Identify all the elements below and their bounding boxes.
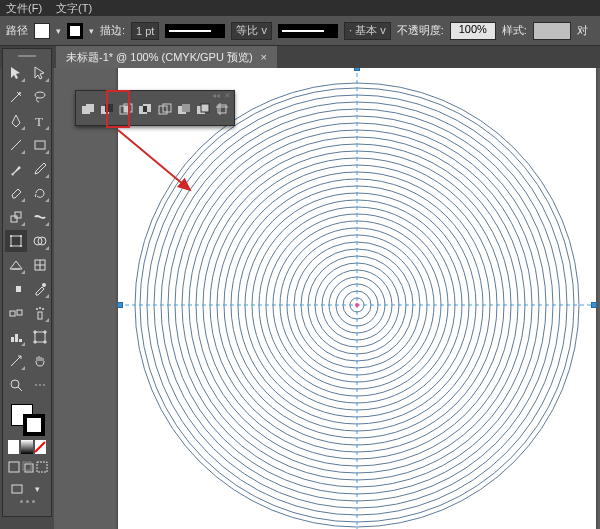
change-screen[interactable]: ▾ — [28, 480, 46, 498]
shape-builder-tool[interactable] — [29, 230, 51, 252]
pathfinder-crop[interactable] — [215, 101, 230, 117]
edit-toolbar[interactable]: ⋯ — [29, 374, 51, 396]
rectangle-tool[interactable] — [29, 134, 51, 156]
rotate-tool[interactable] — [29, 182, 51, 204]
svg-rect-73 — [124, 106, 128, 112]
document-title: 未标题-1* @ 100% (CMYK/GPU 预览) — [66, 50, 253, 65]
line-tool[interactable] — [5, 134, 27, 156]
none-mode[interactable] — [35, 440, 46, 454]
pathfinder-panel[interactable]: ◂◂ ✕ — [75, 90, 235, 126]
eraser-tool[interactable] — [5, 182, 27, 204]
color-mode[interactable] — [8, 440, 19, 454]
svg-rect-82 — [201, 104, 209, 112]
free-transform-tool[interactable] — [5, 230, 27, 252]
anchor-point[interactable] — [354, 68, 360, 71]
lasso-tool[interactable] — [29, 86, 51, 108]
draw-behind[interactable] — [22, 458, 34, 476]
paintbrush-tool[interactable] — [5, 158, 27, 180]
svg-rect-7 — [11, 236, 21, 246]
svg-text:T: T — [35, 114, 43, 129]
menu-item[interactable]: 文字(T) — [56, 1, 92, 16]
pathfinder-divide[interactable] — [157, 101, 172, 117]
draw-normal[interactable] — [8, 458, 20, 476]
artwork-concentric-circles[interactable] — [118, 68, 596, 529]
svg-point-28 — [11, 380, 19, 388]
stroke-label: 描边: — [100, 23, 125, 38]
menu-item[interactable]: 文件(F) — [6, 1, 42, 16]
basic-dropdown[interactable]: · 基本 v — [344, 22, 391, 40]
svg-rect-4 — [35, 141, 45, 149]
canvas-area[interactable] — [54, 68, 600, 529]
perspective-grid-tool[interactable] — [5, 254, 27, 276]
svg-rect-33 — [37, 462, 47, 472]
svg-point-8 — [10, 235, 12, 237]
selection-tool[interactable] — [5, 62, 27, 84]
svg-rect-20 — [38, 312, 42, 319]
svg-point-23 — [42, 308, 44, 310]
style-dropdown[interactable] — [533, 22, 571, 40]
blend-tool[interactable] — [5, 302, 27, 324]
style-label: 样式: — [502, 23, 527, 38]
gradient-tool[interactable] — [5, 278, 27, 300]
stroke-swatch[interactable] — [67, 23, 83, 39]
uniform-dropdown[interactable]: 等比 v — [231, 22, 272, 40]
type-tool[interactable]: T — [29, 110, 51, 132]
column-graph-tool[interactable] — [5, 326, 27, 348]
artboard[interactable] — [118, 68, 596, 529]
document-tabstrip: 未标题-1* @ 100% (CMYK/GPU 预览) × — [0, 46, 600, 68]
stroke-profile-dropdown[interactable] — [165, 24, 225, 38]
svg-rect-76 — [143, 106, 147, 112]
mesh-tool[interactable] — [29, 254, 51, 276]
chevron-down-icon[interactable]: ▾ — [89, 26, 94, 36]
draw-inside[interactable] — [36, 458, 48, 476]
brush-definition-dropdown[interactable] — [278, 24, 338, 38]
svg-point-11 — [20, 245, 22, 247]
svg-rect-32 — [23, 462, 31, 470]
opacity-field[interactable]: 100% — [450, 22, 496, 40]
svg-line-3 — [11, 140, 21, 150]
slice-tool[interactable] — [5, 350, 27, 372]
svg-point-10 — [10, 245, 12, 247]
zoom-tool[interactable] — [5, 374, 27, 396]
svg-rect-25 — [15, 334, 18, 342]
pathfinder-merge[interactable] — [196, 101, 211, 117]
stroke-color[interactable] — [23, 414, 45, 436]
pen-tool[interactable] — [5, 110, 27, 132]
scale-tool[interactable] — [5, 206, 27, 228]
panel-grip[interactable] — [5, 52, 49, 60]
control-bar: 路径 ▾ ▾ 描边: 1 pt 等比 v · 基本 v 不透明度: 100% 样… — [0, 16, 600, 46]
pathfinder-trim[interactable] — [176, 101, 191, 117]
close-icon[interactable]: × — [261, 51, 267, 63]
pathfinder-exclude[interactable] — [138, 101, 153, 117]
eyedropper-tool[interactable] — [29, 278, 51, 300]
direct-selection-tool[interactable] — [29, 62, 51, 84]
pathfinder-minus-front[interactable] — [99, 101, 114, 117]
svg-point-0 — [19, 92, 21, 94]
panel-resize-icon — [5, 500, 49, 510]
screen-mode-button[interactable] — [8, 480, 26, 498]
svg-rect-70 — [105, 104, 113, 112]
anchor-point[interactable] — [117, 302, 123, 308]
anchor-point[interactable] — [591, 302, 597, 308]
magic-wand-tool[interactable] — [5, 86, 27, 108]
pathfinder-intersect[interactable] — [119, 101, 134, 117]
gradient-mode[interactable] — [21, 440, 32, 454]
fill-swatch[interactable] — [34, 23, 50, 39]
panel-collapse-icon[interactable]: ◂◂ — [212, 91, 220, 100]
symbol-sprayer-tool[interactable] — [29, 302, 51, 324]
svg-line-29 — [18, 387, 22, 391]
stroke-weight-field[interactable]: 1 pt — [131, 22, 159, 40]
svg-rect-5 — [11, 216, 17, 222]
document-tab[interactable]: 未标题-1* @ 100% (CMYK/GPU 预览) × — [56, 46, 277, 68]
center-point-icon — [353, 301, 361, 309]
panel-close-icon[interactable]: ✕ — [224, 91, 231, 100]
pathfinder-unite[interactable] — [80, 101, 95, 117]
width-tool[interactable] — [29, 206, 51, 228]
pencil-tool[interactable] — [29, 158, 51, 180]
hand-tool[interactable] — [29, 350, 51, 372]
svg-rect-6 — [15, 212, 21, 218]
fill-stroke-control[interactable] — [5, 400, 49, 438]
artboard-tool[interactable] — [29, 326, 51, 348]
svg-rect-34 — [12, 485, 22, 493]
chevron-down-icon[interactable]: ▾ — [56, 26, 61, 36]
